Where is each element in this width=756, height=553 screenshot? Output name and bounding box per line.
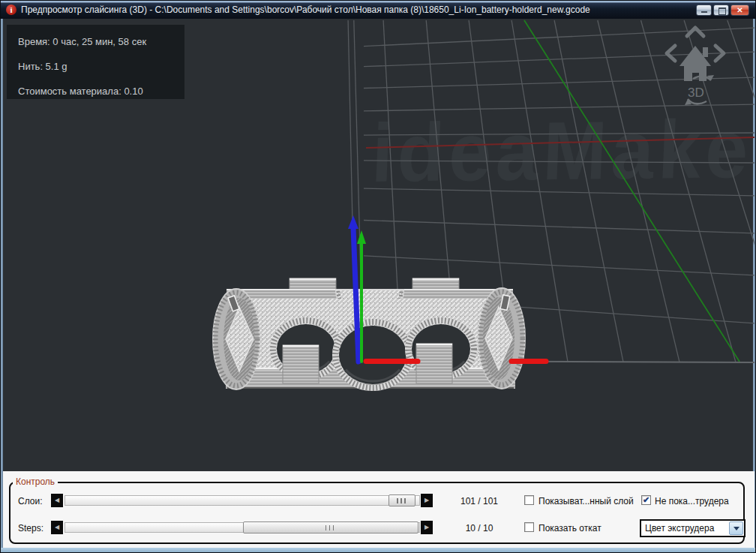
preview-window: i Предпросмотр слайсинга (3D) - C:\Docum… xyxy=(0,0,756,553)
svg-text:3D: 3D xyxy=(688,86,704,100)
maximize-icon xyxy=(718,8,726,15)
grip-icon xyxy=(397,498,407,503)
window-border-bottom xyxy=(1,548,755,552)
close-button[interactable]: ✕ xyxy=(730,5,749,16)
layers-slider-track[interactable] xyxy=(64,495,420,506)
window-title: Предпросмотр слайсинга (3D) - C:\Documen… xyxy=(21,5,696,15)
hide-extruder-label: Не пока...трудера xyxy=(655,496,729,506)
groupbox-legend: Контроль xyxy=(13,476,58,487)
control-panel: Контроль Слои: ◀ ▶ 101 / 101 Показыват..… xyxy=(3,471,754,549)
layers-slider-thumb[interactable] xyxy=(388,494,416,506)
hide-extruder-checkbox[interactable]: ✔ xyxy=(641,495,651,505)
steps-value: 10 / 10 xyxy=(449,523,509,533)
material-cost: Стоимость материала: 0.10 xyxy=(18,86,143,97)
steps-step-back-button[interactable]: ◀ xyxy=(51,521,63,534)
print-time: Время: 0 час, 25 мин, 58 сек xyxy=(18,36,146,47)
grip-icon xyxy=(326,525,336,530)
layers-step-back-button[interactable]: ◀ xyxy=(51,494,63,507)
pan-right-icon[interactable] xyxy=(716,46,724,61)
minimize-icon xyxy=(701,11,707,13)
print-stats-overlay: Время: 0 час, 25 мин, 58 сек Нить: 5.1 g… xyxy=(7,25,184,99)
show-single-layer-label: Показыват...нный слой xyxy=(538,496,634,506)
steps-slider-thumb[interactable] xyxy=(243,521,418,533)
show-single-layer-checkbox[interactable] xyxy=(524,495,534,505)
app-icon: i xyxy=(6,5,16,15)
title-bar[interactable]: i Предпросмотр слайсинга (3D) - C:\Docum… xyxy=(1,1,755,19)
pan-up-icon[interactable] xyxy=(687,28,704,36)
layers-step-forward-button[interactable]: ▶ xyxy=(421,494,433,507)
color-mode-dropdown[interactable]: Цвет экструдера xyxy=(640,519,746,537)
dropdown-value: Цвет экструдера xyxy=(645,523,714,533)
filament-weight: Нить: 5.1 g xyxy=(18,61,68,72)
steps-step-forward-button[interactable]: ▶ xyxy=(421,521,433,534)
show-retraction-checkbox[interactable] xyxy=(524,522,534,532)
view-nav-cluster: 3D xyxy=(657,22,740,112)
show-retraction-label: Показать откат xyxy=(538,523,602,533)
pan-left-icon[interactable] xyxy=(667,46,675,61)
control-groupbox xyxy=(9,482,745,544)
maximize-button[interactable] xyxy=(713,5,729,16)
home-view-icon[interactable] xyxy=(680,46,711,81)
dropdown-arrow-icon[interactable] xyxy=(729,521,743,535)
checkmark-icon: ✔ xyxy=(643,495,650,504)
minimize-button[interactable] xyxy=(696,5,712,16)
steps-label: Steps: xyxy=(18,523,44,533)
3d-viewport[interactable]: ideaMaker xyxy=(3,19,754,471)
layers-label: Слои: xyxy=(18,496,43,506)
layers-value: 101 / 101 xyxy=(449,496,509,506)
